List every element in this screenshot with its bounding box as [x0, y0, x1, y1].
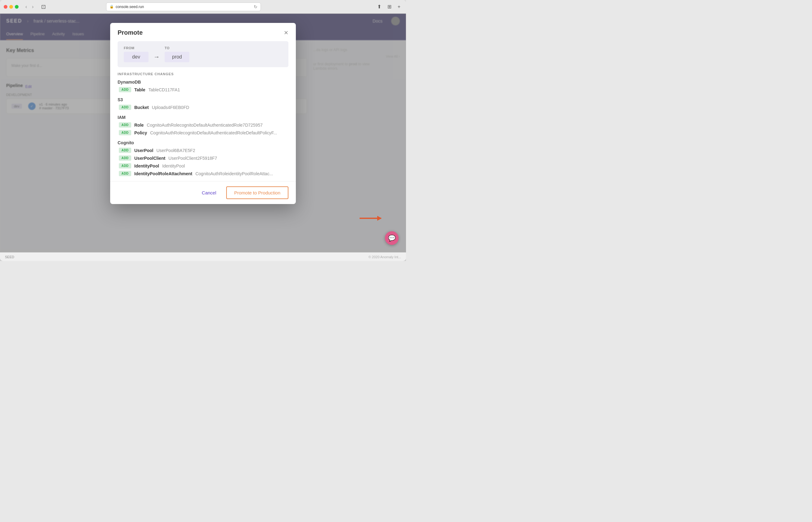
service-name-s3: S3 — [118, 97, 288, 102]
add-badge: ADD — [119, 163, 131, 168]
resource-id: TableCD117FA1 — [148, 87, 180, 92]
resource-type: Policy — [134, 130, 147, 135]
service-group-cognito: Cognito ADD UserPool UserPool6BA7E5F2 AD… — [118, 140, 288, 176]
close-traffic-light[interactable] — [4, 5, 7, 9]
lock-icon: 🔒 — [109, 5, 114, 9]
to-env-badge: prod — [165, 52, 189, 62]
promote-to-production-button[interactable]: Promote to Production — [226, 186, 288, 199]
add-badge: ADD — [119, 130, 131, 135]
resource-id: IdentityPool — [162, 163, 185, 168]
service-name-dynamodb: DynamoDB — [118, 80, 288, 84]
resource-row: ADD UserPool UserPool6BA7E5F2 — [118, 148, 288, 153]
from-env-badge: dev — [124, 52, 148, 62]
infra-title: INFRASTRUCTURE CHANGES — [118, 72, 288, 76]
chat-bubble-button[interactable]: 💬 — [385, 231, 399, 245]
resource-row: ADD Role CognitoAuthRolecognitoDefaultAu… — [118, 122, 288, 127]
to-label: TO — [165, 46, 189, 50]
page-content: SEED › frank / serverless-stac... Docs O… — [0, 14, 406, 252]
traffic-lights — [4, 5, 19, 9]
plus-button[interactable]: + — [396, 3, 402, 10]
resource-id: CognitoAuthRoleidentityPoolRoleAttac... — [195, 171, 273, 176]
reload-icon[interactable]: ↻ — [254, 4, 257, 9]
resource-row: ADD IdentityPool IdentityPool — [118, 163, 288, 168]
from-to-section: FROM dev → TO prod — [118, 41, 288, 67]
resource-type: IdentityPoolRoleAttachment — [134, 171, 192, 176]
add-badge: ADD — [119, 122, 131, 127]
new-window-button[interactable]: ⊞ — [386, 3, 393, 10]
to-col: TO prod — [165, 46, 189, 62]
browser-titlebar: ‹ › ⊡ 🔒 console.seed.run ↻ ⬆ ⊞ + — [0, 0, 406, 14]
resource-id: UserPool6BA7E5F2 — [156, 148, 195, 153]
resource-type: UserPoolClient — [134, 156, 165, 161]
resource-id: CognitoAuthRolecognitoDefaultAuthenticat… — [147, 123, 263, 127]
promote-modal: Promote ✕ FROM dev → TO prod — [110, 23, 296, 204]
forward-button[interactable]: › — [30, 3, 35, 10]
resource-row: ADD IdentityPoolRoleAttachment CognitoAu… — [118, 171, 288, 176]
resource-row: ADD Policy CognitoAuthRolecognitoDefault… — [118, 130, 288, 135]
footer-brand: SEED — [5, 255, 14, 259]
add-badge: ADD — [119, 105, 131, 110]
resource-id: UserPoolClient2F5918F7 — [168, 156, 217, 161]
modal-footer: Cancel Promote to Production — [110, 181, 296, 204]
infrastructure-changes-section: INFRASTRUCTURE CHANGES DynamoDB ADD Tabl… — [110, 72, 296, 181]
add-badge: ADD — [119, 171, 131, 176]
resource-id: Uploads4F6EB0FD — [152, 105, 189, 110]
nav-buttons: ‹ › — [23, 3, 36, 10]
modal-backdrop[interactable]: Promote ✕ FROM dev → TO prod — [0, 14, 406, 252]
resource-row: ADD UserPoolClient UserPoolClient2F5918F… — [118, 156, 288, 161]
browser-window: ‹ › ⊡ 🔒 console.seed.run ↻ ⬆ ⊞ + SEED › … — [0, 0, 406, 261]
arrow-annotation — [359, 218, 381, 219]
app-footer: SEED © 2020 Anomaly Int... — [0, 252, 406, 261]
resource-row: ADD Bucket Uploads4F6EB0FD — [118, 105, 288, 110]
browser-actions: ⬆ ⊞ + — [375, 3, 402, 10]
from-label: FROM — [124, 46, 148, 50]
service-name-iam: IAM — [118, 115, 288, 120]
add-badge: ADD — [119, 87, 131, 92]
modal-close-button[interactable]: ✕ — [284, 29, 288, 36]
service-group-dynamodb: DynamoDB ADD Table TableCD117FA1 — [118, 80, 288, 92]
modal-title: Promote — [118, 29, 143, 36]
service-name-cognito: Cognito — [118, 140, 288, 145]
back-button[interactable]: ‹ — [23, 3, 29, 10]
service-group-s3: S3 ADD Bucket Uploads4F6EB0FD — [118, 97, 288, 110]
from-col: FROM dev — [124, 46, 148, 62]
sidebar-toggle-button[interactable]: ⊡ — [39, 3, 48, 11]
footer-copyright: © 2020 Anomaly Int... — [369, 255, 401, 259]
arrow-line — [359, 218, 381, 219]
add-badge: ADD — [119, 156, 131, 161]
url-text: console.seed.run — [116, 5, 144, 9]
resource-type: Role — [134, 123, 144, 127]
service-group-iam: IAM ADD Role CognitoAuthRolecognitoDefau… — [118, 115, 288, 135]
add-badge: ADD — [119, 148, 131, 153]
modal-header: Promote ✕ — [110, 23, 296, 36]
minimize-traffic-light[interactable] — [9, 5, 13, 9]
cancel-button[interactable]: Cancel — [197, 188, 221, 198]
share-button[interactable]: ⬆ — [375, 3, 383, 10]
resource-type: IdentityPool — [134, 163, 159, 168]
direction-arrow-icon: → — [153, 53, 160, 60]
address-bar[interactable]: 🔒 console.seed.run ↻ — [106, 2, 261, 11]
resource-row: ADD Table TableCD117FA1 — [118, 87, 288, 92]
maximize-traffic-light[interactable] — [15, 5, 19, 9]
resource-type: Bucket — [134, 105, 149, 110]
resource-type: Table — [134, 87, 145, 92]
resource-id: CognitoAuthRolecognitoDefaultAuthenticat… — [150, 130, 277, 135]
resource-type: UserPool — [134, 148, 153, 153]
